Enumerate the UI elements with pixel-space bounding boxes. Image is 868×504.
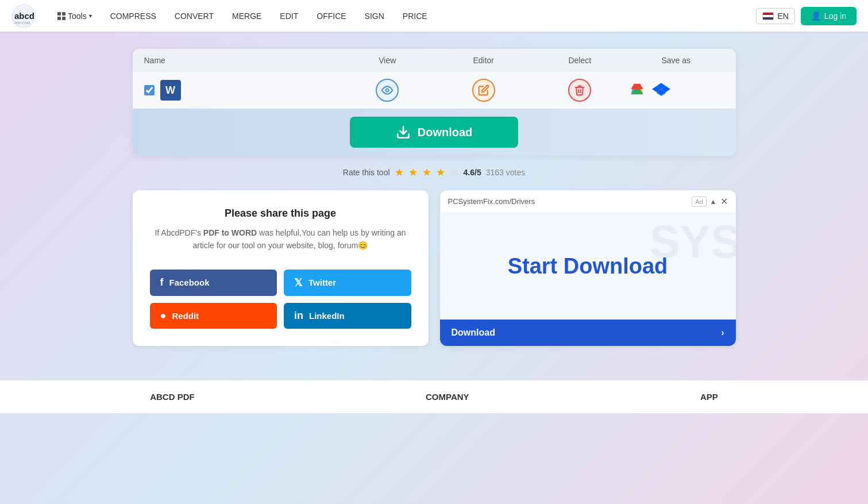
- login-label: Log in: [824, 11, 846, 21]
- language-button[interactable]: EN: [756, 8, 794, 24]
- ad-close-icons: Ad ▲ ✕: [692, 196, 727, 207]
- nav-sign[interactable]: SIGN: [357, 7, 392, 25]
- star-5[interactable]: ★: [450, 166, 459, 179]
- header: abcd PDF.COM Tools ▾ COMPRESS CONVERT ME…: [0, 0, 868, 32]
- footer-col-app: APP: [700, 392, 718, 402]
- dropbox-icon[interactable]: [652, 80, 670, 101]
- table-row: [133, 72, 736, 109]
- col-name: Name: [144, 56, 340, 65]
- rating-score: 4.6/5: [464, 168, 481, 177]
- ad-download-button[interactable]: Download ›: [440, 320, 736, 346]
- edit-icon: [478, 84, 489, 96]
- svg-text:abcd: abcd: [14, 11, 34, 21]
- svg-point-3: [386, 89, 389, 92]
- file-table-header: Name View Editor Delect Save as: [133, 49, 736, 72]
- logo[interactable]: abcd PDF.COM: [11, 4, 38, 28]
- tools-grid-icon: [57, 12, 65, 20]
- main-nav: Tools ▾ COMPRESS CONVERT MERGE EDIT OFFI…: [49, 7, 756, 25]
- nav-price[interactable]: PRICE: [395, 7, 435, 25]
- file-name-cell: [144, 80, 340, 101]
- facebook-label: Facebook: [169, 278, 210, 287]
- rating-bar: Rate this tool ★ ★ ★ ★ ★ 4.6/5 3163 vote…: [343, 166, 525, 179]
- nav-edit[interactable]: EDIT: [272, 7, 306, 25]
- col-view: View: [340, 56, 436, 65]
- facebook-icon: f: [160, 276, 164, 288]
- file-checkbox[interactable]: [144, 85, 155, 95]
- twitter-icon: 𝕏: [294, 276, 303, 289]
- star-1[interactable]: ★: [395, 166, 404, 179]
- star-4[interactable]: ★: [436, 166, 445, 179]
- col-editor: Editor: [435, 56, 532, 65]
- flag-icon: [762, 12, 774, 20]
- file-panel: Name View Editor Delect Save as: [133, 49, 736, 156]
- star-2[interactable]: ★: [408, 166, 418, 179]
- footer-col-company: COMPANY: [426, 392, 469, 402]
- ad-arrow-icon: ›: [721, 328, 724, 338]
- download-icon: [396, 125, 411, 140]
- view-action[interactable]: [340, 79, 436, 102]
- login-button[interactable]: 👤 Log in: [801, 7, 857, 25]
- facebook-button[interactable]: f Facebook: [150, 270, 277, 296]
- delete-icon-circle[interactable]: [568, 79, 591, 102]
- social-grid: f Facebook 𝕏 Twitter ● Reddit in LinkedI…: [150, 270, 411, 329]
- linkedin-icon: in: [294, 310, 303, 322]
- rate-label: Rate this tool: [343, 168, 390, 177]
- twitter-button[interactable]: 𝕏 Twitter: [284, 270, 411, 296]
- eye-icon: [381, 84, 393, 96]
- col-saveas: Save as: [628, 56, 724, 65]
- editor-action[interactable]: [435, 79, 532, 102]
- download-label: Download: [418, 126, 473, 139]
- ad-body: SYS Start Download: [440, 213, 736, 320]
- share-card: Please share this page If AbcdPDF's PDF …: [133, 190, 429, 346]
- ad-header: PCSystemFix.com/Drivers Ad ▲ ✕: [440, 190, 736, 213]
- ad-download-label: Download: [452, 328, 495, 338]
- word-file-icon: [160, 80, 181, 101]
- share-title: Please share this page: [150, 207, 411, 220]
- nav-convert[interactable]: CONVERT: [167, 7, 222, 25]
- share-section: Please share this page If AbcdPDF's PDF …: [133, 190, 736, 346]
- header-right: EN 👤 Log in: [756, 7, 857, 25]
- reddit-icon: ●: [160, 310, 167, 322]
- footer-col-abcd: ABCD PDF: [150, 392, 195, 402]
- footer: ABCD PDF COMPANY APP: [0, 380, 868, 413]
- trash-icon: [574, 84, 585, 96]
- share-description: If AbcdPDF's PDF to WORD was helpful,You…: [150, 226, 411, 252]
- nav-compress[interactable]: COMPRESS: [102, 7, 164, 25]
- main-content: Name View Editor Delect Save as: [0, 32, 868, 357]
- ad-triangle-icon[interactable]: ▲: [710, 198, 717, 206]
- linkedin-label: LinkedIn: [309, 311, 345, 321]
- delete-action[interactable]: [532, 79, 628, 102]
- edit-icon-circle[interactable]: [472, 79, 495, 102]
- nav-merge[interactable]: MERGE: [224, 7, 269, 25]
- linkedin-button[interactable]: in LinkedIn: [284, 303, 411, 329]
- nav-office[interactable]: OFFICE: [308, 7, 354, 25]
- twitter-label: Twitter: [308, 278, 336, 287]
- download-section: Download: [133, 109, 736, 156]
- reddit-label: Reddit: [172, 311, 199, 321]
- ad-url: PCSystemFix.com/Drivers: [448, 197, 535, 206]
- download-button[interactable]: Download: [350, 117, 519, 148]
- col-delect: Delect: [532, 56, 628, 65]
- ad-label: Ad: [692, 197, 706, 207]
- tools-label: Tools: [68, 11, 87, 21]
- ad-main-text: Start Download: [508, 254, 668, 279]
- svg-text:PDF.COM: PDF.COM: [14, 21, 30, 25]
- view-icon-circle[interactable]: [376, 79, 399, 102]
- rating-votes: 3163 votes: [486, 168, 526, 177]
- tools-chevron-icon: ▾: [89, 13, 92, 19]
- save-as-cell: [628, 80, 724, 101]
- reddit-button[interactable]: ● Reddit: [150, 303, 277, 329]
- star-3[interactable]: ★: [422, 166, 431, 179]
- user-icon: 👤: [811, 11, 821, 21]
- lang-code: EN: [777, 11, 788, 21]
- google-drive-icon[interactable]: [628, 80, 646, 101]
- ad-card: PCSystemFix.com/Drivers Ad ▲ ✕ SYS Start…: [440, 190, 736, 346]
- nav-tools[interactable]: Tools ▾: [49, 7, 100, 25]
- ad-close-icon[interactable]: ✕: [720, 196, 728, 207]
